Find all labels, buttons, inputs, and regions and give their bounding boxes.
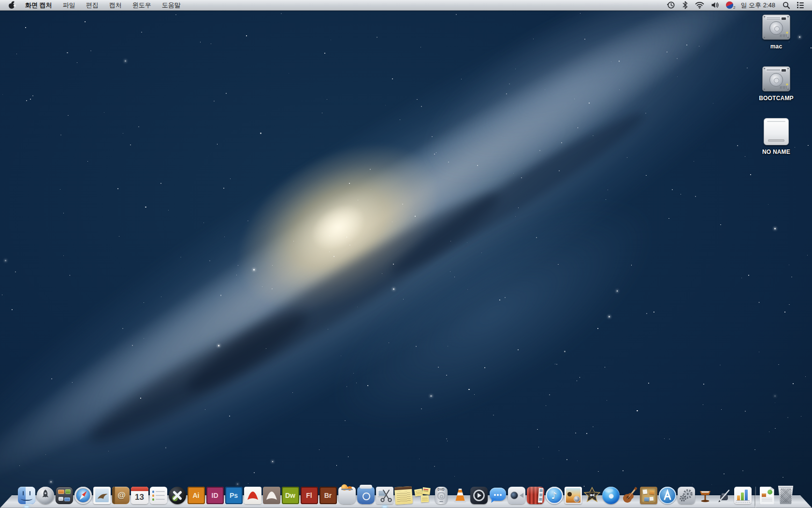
dvd-label: DVD	[435, 488, 448, 491]
starfield	[0, 0, 812, 508]
spotlight-menu[interactable]	[779, 0, 794, 10]
quicktime-icon	[470, 487, 488, 504]
time-machine-menu[interactable]	[664, 0, 679, 10]
galaxy-band-bright	[0, 0, 783, 504]
galaxy-dust-lane	[176, 177, 510, 408]
notification-center-menu[interactable]	[794, 0, 807, 10]
bluetooth-menu[interactable]	[679, 0, 692, 10]
dock-item-mission-control[interactable]	[56, 487, 73, 504]
galaxy-outer-glow	[392, 0, 748, 222]
dock-item-adobe-photoshop[interactable]: Ps	[225, 487, 243, 504]
dock-item-system-preferences[interactable]	[678, 487, 695, 504]
desktop-drive-mac[interactable]: mac	[762, 15, 790, 50]
dock-item-numbers[interactable]	[734, 487, 752, 504]
internal-hdd-icon	[762, 66, 790, 91]
vlc-cone-icon	[451, 487, 469, 504]
dock-item-safari[interactable]	[74, 487, 92, 504]
menu-item-5[interactable]: 도움말	[157, 0, 186, 10]
menu-bar: 화면 캡처 파일편집캡처윈도우도움말 2 일 오후 2:48	[0, 0, 812, 11]
dock-item-messages[interactable]	[489, 487, 507, 504]
dock-item-photo-booth[interactable]	[527, 487, 544, 504]
adobe-acrobat-icon	[244, 487, 261, 504]
dock-item-keynote[interactable]	[696, 487, 714, 504]
contacts-book-icon: @	[112, 487, 130, 504]
desktop-drive-bootcamp[interactable]: BOOTCAMP	[759, 66, 794, 102]
dock-item-stickies[interactable]	[414, 487, 431, 504]
imovie-star-icon	[583, 487, 601, 504]
input-source-menu[interactable]: 2	[723, 0, 737, 10]
dock-item-adobe-acrobat[interactable]	[244, 487, 261, 504]
numbers-chart-icon	[734, 487, 752, 504]
adobe-bridge-icon: Br	[319, 487, 337, 504]
dock-item-mail[interactable]	[93, 487, 111, 504]
notification-center-icon	[797, 2, 804, 8]
dock-item-garageband[interactable]	[621, 487, 638, 504]
apple-menu[interactable]	[7, 0, 20, 10]
dock-item-launchpad[interactable]	[37, 487, 54, 504]
running-indicator	[382, 506, 387, 508]
dock-item-toast-titanium[interactable]	[338, 487, 356, 504]
desktop-icons: mac BOOTCAMPNO NAME	[752, 15, 800, 155]
system-preferences-gears-icon	[678, 487, 695, 504]
dock-item-notes[interactable]	[395, 487, 412, 504]
dock-item-grab-screen-capture[interactable]	[376, 487, 393, 504]
desktop: 화면 캡처 파일편집캡처윈도우도움말 2 일 오후 2:48	[0, 0, 812, 508]
adobe-dreamweaver-label: Dw	[285, 492, 295, 499]
reminders-icon	[150, 487, 167, 504]
adobe-flash-label: Fl	[306, 492, 312, 499]
trash-basket-icon	[778, 486, 794, 504]
dock-item-adobe-flash[interactable]: Fl	[301, 487, 318, 504]
dock-item-adobe-distiller[interactable]	[263, 487, 280, 504]
dock-item-idvd[interactable]	[602, 487, 620, 504]
dock-item-adobe-illustrator[interactable]: Ai	[188, 487, 205, 504]
notes-pad-icon	[394, 486, 412, 505]
desktop-drive-no-name[interactable]: NO NAME	[762, 118, 790, 155]
dock-item-imovie[interactable]	[583, 487, 601, 504]
dock-item-app-store[interactable]	[659, 487, 676, 504]
stickies-notes-icon	[414, 487, 431, 504]
galaxy-dust-lane	[80, 298, 317, 457]
dock-item-document-file[interactable]	[758, 487, 776, 504]
dock-item-adobe-bridge[interactable]: Br	[319, 487, 337, 504]
dock-item-facetime[interactable]	[508, 487, 525, 504]
dock-item-dvd-player[interactable]: DVD	[433, 487, 450, 504]
dock-item-vlc[interactable]	[451, 487, 469, 504]
dock-item-corkboard-app[interactable]	[640, 487, 657, 504]
dock-item-pages[interactable]	[715, 487, 733, 504]
dock-item-adobe-indesign[interactable]: ID	[206, 487, 224, 504]
at-glyph: @	[117, 491, 126, 500]
adobe-distiller-icon	[263, 487, 280, 504]
dock-item-finder[interactable]	[18, 487, 35, 504]
dock-item-contacts[interactable]: @	[112, 487, 130, 504]
launchpad-rocket-icon	[37, 487, 54, 504]
spotlight-search-icon	[783, 1, 790, 9]
volume-menu[interactable]	[708, 0, 723, 10]
dock-item-reminders[interactable]	[150, 487, 167, 504]
menu-item-3[interactable]: 캡처	[104, 0, 127, 10]
adobe-illustrator-label: Ai	[193, 492, 200, 499]
dock-item-toast-11[interactable]	[357, 487, 375, 504]
adobe-illustrator-icon: Ai	[188, 487, 205, 504]
toast-blue-toaster-icon	[357, 487, 375, 504]
garageband-guitar-icon	[621, 487, 638, 504]
clock-menu[interactable]: 일 오후 2:48	[737, 0, 779, 10]
wifi-menu[interactable]	[692, 0, 708, 10]
app-menu-title[interactable]: 화면 캡처	[20, 0, 58, 10]
dock-item-adobe-dreamweaver[interactable]: Dw	[282, 487, 299, 504]
calendar-icon: 13	[131, 487, 148, 504]
dock-item-iphoto[interactable]	[565, 487, 582, 504]
dock-item-itunes[interactable]: ♪	[546, 487, 563, 504]
menu-item-2[interactable]: 편집	[81, 0, 104, 10]
dock-item-x11[interactable]	[169, 487, 186, 504]
pages-inkwell-icon	[715, 487, 733, 504]
dvd-player-remote-icon: DVD	[435, 487, 448, 504]
dock-item-trash[interactable]	[777, 487, 795, 504]
menu-item-1[interactable]: 파일	[58, 0, 81, 10]
galaxy-core-glow	[177, 82, 499, 373]
dock-item-quicktime-player[interactable]	[470, 487, 488, 504]
dock-icons: @13AiIDPsDwFlBrDVD♪	[0, 487, 812, 504]
galaxy-blue-haze	[299, 155, 687, 473]
menu-item-4[interactable]: 윈도우	[127, 0, 157, 10]
dock-item-calendar[interactable]: 13	[131, 487, 148, 504]
photo-booth-curtain-icon	[527, 487, 544, 504]
